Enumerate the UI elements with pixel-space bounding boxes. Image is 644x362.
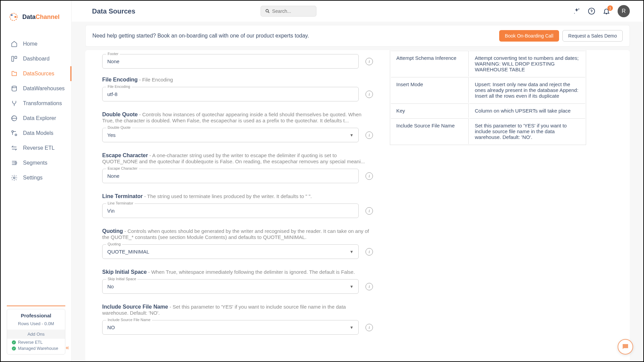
sidebar-item-home[interactable]: Home — [1, 37, 71, 51]
sidebar-item-transformations[interactable]: Transformations — [1, 96, 71, 111]
sidebar-item-settings[interactable]: Settings — [1, 170, 71, 185]
addon-row: ✓Managed Warehouse — [12, 345, 60, 351]
float-label: Skip Initial Space — [106, 277, 137, 281]
include-source-file-name-select[interactable]: NO▼ — [102, 320, 359, 335]
field-desc: - The string used to terminate lines pro… — [143, 193, 312, 199]
svg-point-5 — [12, 86, 16, 88]
info-icon[interactable]: i — [365, 248, 373, 256]
escape-character-input[interactable] — [102, 169, 359, 183]
float-label: Double Quote — [106, 125, 132, 129]
doc-table: Attempt Schema InferenceAttempt converti… — [390, 50, 586, 145]
field-desc: - When True, whitespace immediately foll… — [147, 269, 355, 275]
sparkle-icon[interactable] — [573, 7, 580, 15]
sidebar-item-datamodels[interactable]: Data Models — [1, 126, 71, 141]
logo-text: DataChannel — [22, 14, 60, 21]
sidebar-item-datasources[interactable]: DataSources — [1, 66, 71, 81]
logo[interactable]: DataChannel — [1, 1, 71, 33]
info-icon[interactable]: i — [365, 58, 373, 65]
field-label: Line Terminator — [102, 193, 143, 199]
check-icon: ✓ — [12, 346, 16, 351]
field-label: Include Source File Name — [102, 304, 168, 310]
sidebar-item-label: Data Models — [23, 130, 53, 136]
field-desc: - Controls when quotes should be generat… — [102, 228, 369, 240]
svg-point-12 — [578, 8, 579, 9]
line-terminator-input[interactable] — [102, 203, 359, 218]
plan-card: Professional Rows Used - 0.0M Add Ons ✓R… — [7, 309, 65, 355]
avatar[interactable]: R — [618, 5, 630, 17]
notification-badge: 1 — [607, 5, 613, 11]
main-area: Data Sources 1 R Need help getting start… — [72, 1, 643, 361]
svg-point-9 — [15, 162, 17, 164]
addons-head: Add Ons — [7, 330, 65, 339]
sidebar-item-segments[interactable]: Segments — [1, 155, 71, 170]
chat-fab[interactable] — [618, 339, 633, 355]
sidebar-footer: Professional Rows Used - 0.0M Add Ons ✓R… — [1, 306, 71, 361]
svg-point-8 — [15, 134, 17, 136]
collapse-sidebar-button[interactable]: « — [66, 344, 69, 351]
svg-point-11 — [266, 9, 268, 12]
nav-list: Home Dashboard DataSources DataWarehouse… — [1, 33, 71, 306]
info-icon[interactable]: i — [365, 324, 373, 331]
datasources-icon — [11, 70, 18, 77]
settings-icon — [11, 174, 18, 181]
chevron-down-icon: ▼ — [350, 133, 354, 138]
sidebar-item-label: DataSources — [23, 71, 54, 77]
info-icon[interactable]: i — [365, 207, 373, 215]
svg-point-1 — [11, 14, 13, 16]
info-icon[interactable]: i — [365, 91, 373, 98]
sidebar-item-reverseetl[interactable]: Reverse ETL — [1, 141, 71, 155]
home-icon — [11, 41, 18, 47]
footer-input[interactable] — [102, 54, 359, 69]
field-label: Skip Initial Space — [102, 269, 147, 275]
float-label: Escape Character — [106, 166, 139, 170]
plan-rows: Rows Used - 0.0M — [12, 321, 60, 326]
quoting-select[interactable]: QUOTE_MINIMAL▼ — [102, 244, 359, 259]
svg-point-13 — [574, 13, 575, 14]
info-icon[interactable]: i — [365, 172, 373, 180]
book-onboarding-button[interactable]: Book On-Boarding Call — [499, 30, 559, 42]
chevron-down-icon: ▼ — [350, 249, 354, 254]
help-icon[interactable] — [588, 7, 595, 15]
float-label: Line Terminator — [106, 201, 135, 205]
plan-name: Professional — [12, 313, 60, 318]
chat-icon — [621, 343, 629, 351]
sidebar: DataChannel Home Dashboard DataSources D… — [1, 1, 72, 361]
field-label: Double Quote — [102, 112, 138, 117]
info-icon[interactable]: i — [365, 131, 373, 139]
field-label: Quoting — [102, 228, 123, 234]
search-box[interactable] — [261, 6, 316, 17]
dataexplorer-icon — [11, 115, 18, 122]
skip-initial-space-select[interactable]: No▼ — [102, 279, 359, 294]
page-title: Data Sources — [92, 7, 135, 15]
field-desc: - File Encoding — [138, 77, 173, 82]
float-label: Footer — [106, 52, 120, 56]
dashboard-icon — [11, 55, 18, 62]
field-label: Escape Character — [102, 152, 148, 158]
double-quote-select[interactable]: Yes▼ — [102, 128, 359, 142]
float-label: File Encoding — [106, 85, 132, 89]
notifications-icon[interactable]: 1 — [603, 7, 610, 15]
float-label: Quoting — [106, 242, 122, 246]
svg-point-7 — [12, 131, 14, 132]
svg-point-10 — [14, 177, 15, 179]
field-label: File Encoding — [102, 77, 138, 82]
segments-icon — [11, 160, 18, 166]
reverseetl-icon — [11, 145, 18, 151]
sidebar-item-datawarehouses[interactable]: DataWarehouses — [1, 81, 71, 96]
search-input[interactable] — [272, 8, 312, 14]
sidebar-item-label: Home — [23, 41, 38, 47]
transformations-icon — [11, 100, 18, 107]
file-encoding-input[interactable] — [102, 87, 359, 101]
info-icon[interactable]: i — [365, 283, 373, 290]
addon-row: ✓Reverse ETL — [12, 339, 60, 345]
svg-rect-4 — [15, 56, 17, 59]
table-row: Include Source File NameSet this paramet… — [391, 118, 585, 144]
sidebar-item-label: Reverse ETL — [23, 145, 54, 151]
sidebar-item-dataexplorer[interactable]: Data Explorer — [1, 111, 71, 126]
request-demo-button[interactable]: Request a Sales Demo — [562, 30, 623, 42]
sidebar-item-dashboard[interactable]: Dashboard — [1, 51, 71, 66]
topbar-icons: 1 R — [573, 5, 630, 17]
search-icon — [265, 8, 270, 14]
table-row: KeyColumn on which UPSERTs will take pla… — [391, 103, 585, 118]
float-label: Include Source File Name — [106, 318, 152, 322]
